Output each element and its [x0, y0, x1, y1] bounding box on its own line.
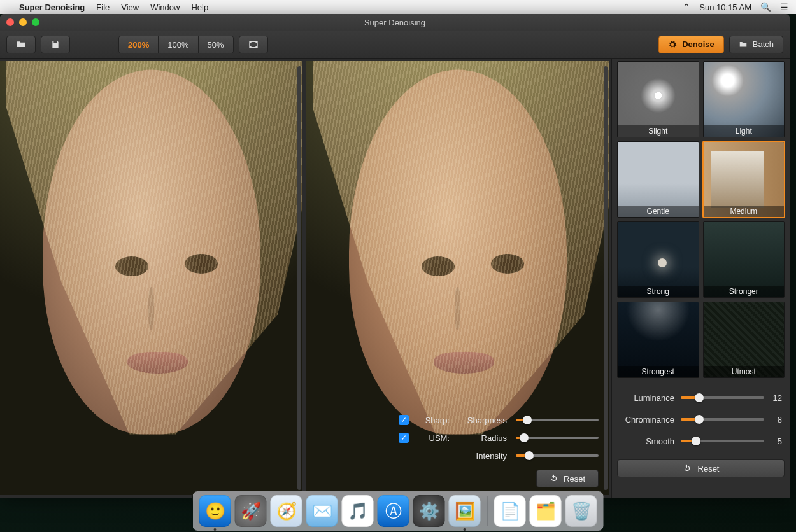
macos-menubar: Super Denoising File View Window Help ⌃ …: [0, 0, 796, 14]
slider-row-smooth: Smooth5: [620, 430, 782, 452]
right-panel: SlightLightGentleMediumStrongStrongerStr…: [611, 59, 790, 498]
preset-label: Slight: [618, 125, 699, 137]
smooth-slider[interactable]: [681, 440, 764, 442]
dock-separator: [487, 496, 488, 526]
dock-preview-icon[interactable]: 🖼️: [449, 495, 481, 527]
preset-label: Gentle: [618, 206, 699, 217]
slider-label: Luminance: [620, 393, 681, 403]
batch-mode-button[interactable]: Batch: [729, 36, 783, 53]
fit-to-screen-button[interactable]: [239, 36, 268, 53]
sharp-checkbox-label: Sharp:: [418, 416, 450, 425]
close-window-button[interactable]: [6, 18, 14, 26]
intensity-slider[interactable]: [516, 454, 599, 457]
chrominance-slider[interactable]: [681, 418, 764, 421]
macos-dock: 🙂 🚀 🧭 ✉️ 🎵 Ⓐ ⚙️ 🖼️ 📄 🗂️ 🗑️: [193, 491, 604, 531]
dock-mail-icon[interactable]: ✉️: [306, 495, 338, 527]
dock-appstore-icon[interactable]: Ⓐ: [378, 495, 409, 527]
denoise-reset-label: Reset: [698, 464, 720, 473]
menu-file[interactable]: File: [96, 3, 110, 12]
menu-help[interactable]: Help: [191, 3, 208, 12]
sharpen-reset-label: Reset: [564, 474, 585, 484]
dock-launchpad-icon[interactable]: 🚀: [235, 495, 267, 527]
dock-trash-icon[interactable]: 🗑️: [565, 495, 597, 527]
slider-row-luminance: Luminance12: [620, 387, 782, 409]
slider-label: Smooth: [620, 437, 681, 446]
before-image-pane[interactable]: [0, 61, 302, 495]
app-window: Super Denoising 200% 100% 50% Denoise Ba…: [0, 14, 790, 498]
batch-mode-label: Batch: [753, 39, 774, 49]
slider-value: 12: [764, 393, 782, 403]
denoise-sliders: Luminance12Chrominance8Smooth5: [617, 387, 785, 452]
notification-center-icon[interactable]: ☰: [780, 2, 788, 12]
menubar-clock[interactable]: Sun 10:15 AM: [699, 3, 751, 12]
folder-icon: [16, 39, 26, 50]
dock-document-icon[interactable]: 📄: [494, 495, 526, 527]
dock-settings-icon[interactable]: ⚙️: [413, 495, 445, 527]
sharpness-slider[interactable]: [516, 419, 599, 421]
after-image-pane[interactable]: ✓ Sharp: Sharpness ✓ USM: Radius Intensi…: [306, 61, 609, 495]
open-file-button[interactable]: [6, 36, 36, 53]
zoom-50-button[interactable]: 50%: [199, 36, 233, 53]
preset-strong[interactable]: Strong: [617, 221, 699, 298]
window-title: Super Denoising: [0, 18, 790, 27]
dock-finder-icon[interactable]: 🙂: [199, 495, 231, 527]
window-titlebar: Super Denoising: [0, 14, 790, 31]
sharpen-reset-button[interactable]: Reset: [536, 470, 599, 487]
menubar-app-name[interactable]: Super Denoising: [19, 3, 85, 12]
preset-utmost[interactable]: Utmost: [703, 302, 785, 378]
minimize-window-button[interactable]: [19, 18, 27, 26]
preset-strongest[interactable]: Strongest: [617, 302, 699, 378]
dock-itunes-icon[interactable]: 🎵: [342, 495, 374, 527]
menu-window[interactable]: Window: [150, 3, 180, 12]
sharp-checkbox[interactable]: ✓: [399, 415, 409, 425]
preset-grid: SlightLightGentleMediumStrongStrongerStr…: [617, 61, 785, 378]
preset-label: Strong: [618, 286, 699, 297]
fit-screen-icon: [248, 39, 259, 50]
zoom-200-button[interactable]: 200%: [119, 36, 159, 53]
preset-label: Light: [704, 125, 785, 137]
denoise-mode-button[interactable]: Denoise: [658, 36, 724, 53]
preset-label: Stronger: [704, 286, 785, 297]
slider-value: 8: [764, 415, 782, 424]
preset-gentle[interactable]: Gentle: [617, 141, 699, 218]
save-icon: [50, 39, 60, 50]
radius-label: Radius: [458, 433, 507, 443]
dock-folder-icon[interactable]: 🗂️: [530, 495, 562, 527]
compare-canvas-area: ✓ Sharp: Sharpness ✓ USM: Radius Intensi…: [0, 59, 611, 498]
zoom-window-button[interactable]: [32, 18, 39, 26]
dock-safari-icon[interactable]: 🧭: [271, 495, 302, 527]
spotlight-icon[interactable]: 🔍: [760, 2, 771, 12]
slider-label: Chrominance: [620, 415, 681, 424]
sharpen-overlay-panel: ✓ Sharp: Sharpness ✓ USM: Radius Intensi…: [395, 411, 599, 487]
preset-label: Medium: [704, 206, 785, 217]
menubar-extra-icon[interactable]: ⌃: [683, 2, 690, 12]
gear-icon: [668, 40, 677, 49]
slider-row-chrominance: Chrominance8: [620, 409, 782, 430]
usm-checkbox[interactable]: ✓: [399, 433, 409, 443]
denoise-reset-button[interactable]: Reset: [617, 459, 785, 477]
save-file-button[interactable]: [41, 36, 70, 53]
preset-medium[interactable]: Medium: [703, 141, 785, 218]
zoom-100-button[interactable]: 100%: [159, 36, 198, 53]
preset-label: Strongest: [618, 366, 699, 377]
folder-icon: [739, 40, 748, 49]
luminance-slider[interactable]: [681, 396, 764, 399]
refresh-icon: [550, 474, 558, 483]
menu-view[interactable]: View: [121, 3, 139, 12]
preset-light[interactable]: Light: [703, 61, 785, 137]
refresh-icon: [683, 464, 692, 473]
preset-stronger[interactable]: Stronger: [703, 221, 785, 298]
app-toolbar: 200% 100% 50% Denoise Batch: [0, 31, 790, 59]
preset-slight[interactable]: Slight: [617, 61, 699, 137]
slider-value: 5: [764, 437, 782, 446]
denoise-mode-label: Denoise: [682, 39, 714, 49]
sharpness-label: Sharpness: [458, 416, 507, 425]
radius-slider[interactable]: [516, 437, 599, 439]
zoom-level-segmented: 200% 100% 50%: [118, 36, 234, 53]
usm-checkbox-label: USM:: [418, 433, 450, 443]
intensity-label: Intensity: [458, 451, 507, 461]
preset-label: Utmost: [704, 366, 785, 377]
